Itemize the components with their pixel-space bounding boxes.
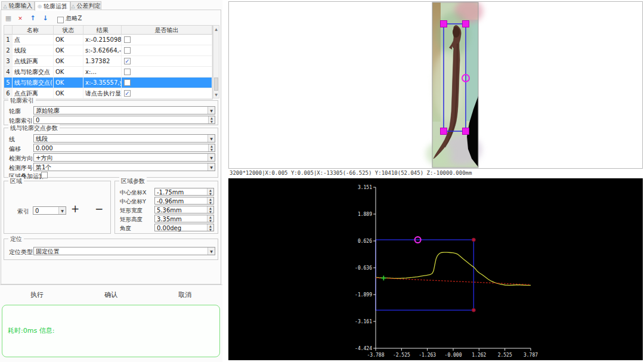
output-checkbox[interactable] xyxy=(124,47,131,54)
corner-handle-bottom[interactable] xyxy=(472,308,475,312)
group-title: 轮廓索引 xyxy=(8,97,36,105)
tab-label: 轮廓输入 xyxy=(9,2,33,10)
offset-spinner[interactable]: 0.000 ▲▼ xyxy=(33,144,215,152)
status-cell: OK xyxy=(54,35,83,45)
table-row[interactable]: 2线段OKs:-3.62664,-1... xyxy=(4,45,212,56)
column-header[interactable]: 是否输出 xyxy=(122,26,212,35)
tab-profile-input[interactable]: △ 轮廓输入 xyxy=(1,1,35,10)
direction-label: 检测方向 xyxy=(9,154,33,163)
result-cell: s:-3.62664,-1... xyxy=(83,45,122,55)
name-cell: 线与轮廓交点(1) xyxy=(13,78,54,88)
region-param-label: 矩形宽度 xyxy=(120,207,143,215)
spinner-arrows-icon: ▲▼ xyxy=(207,197,213,204)
positioning-type-label: 定位类型 xyxy=(9,248,33,256)
scroll-down-icon[interactable]: ▼ xyxy=(213,91,219,98)
new-item-icon[interactable]: ▦ xyxy=(4,14,13,23)
tab-label: 轮廓运算 xyxy=(44,2,67,11)
table-scrollbar[interactable]: ▲ ▼ xyxy=(213,25,219,98)
region-index-label: 索引 xyxy=(17,208,29,216)
x-tick-label: -1.263 xyxy=(419,352,436,358)
profile-plot-panel[interactable]: 3.1511.8890.626-0.636-1.899-3.161-4.424-… xyxy=(228,178,643,360)
move-up-icon[interactable]: ↑ xyxy=(29,14,36,23)
region-param-spinner[interactable]: -0.96mm▲▼ xyxy=(154,197,214,205)
x-tick-label: -2.525 xyxy=(393,352,410,358)
status-bar: 3200*12000|X:0.005 Y:0.005|X:-13305(-66.… xyxy=(230,170,641,177)
status-cell: OK xyxy=(54,67,83,77)
roi-corner-handle[interactable] xyxy=(463,21,469,27)
profile-select[interactable]: 原始轮廓 ▼ xyxy=(33,106,215,115)
table-row[interactable]: 5线与轮廓交点(1)OKx:-3.35557,y:-... xyxy=(4,78,212,88)
column-header[interactable]: 结果 xyxy=(83,26,122,35)
line-label: 线 xyxy=(9,135,15,144)
y-tick-label: -0.636 xyxy=(355,265,372,271)
x-tick-label: 3.787 xyxy=(524,352,538,358)
tab-profile-calc[interactable]: ◎ 轮廓运算 xyxy=(35,1,70,11)
output-checkbox[interactable]: ✓ xyxy=(124,90,131,97)
order-label: 检测序号 xyxy=(9,164,33,172)
output-checkbox[interactable]: ✓ xyxy=(124,58,131,64)
region-param-label: 矩形高度 xyxy=(120,216,143,224)
roi-corner-handle[interactable] xyxy=(441,21,447,27)
tab-tolerance[interactable]: △ 公差判定 xyxy=(70,1,101,10)
target-icon: ◎ xyxy=(38,4,42,9)
output-checkbox[interactable] xyxy=(124,36,131,43)
region-param-spinner[interactable]: -1.75mm▲▼ xyxy=(154,188,214,196)
region-overlay-checkbox[interactable] xyxy=(41,172,48,178)
chevron-down-icon: ▼ xyxy=(208,163,215,171)
add-region-button[interactable]: + xyxy=(71,203,79,215)
region-index-select[interactable]: 0 ▼ xyxy=(33,206,66,215)
cancel-button[interactable]: 取消 xyxy=(167,290,203,300)
remove-region-button[interactable]: − xyxy=(95,203,103,215)
positioning-type-select[interactable]: 固定位置 ▼ xyxy=(33,247,215,255)
delete-item-icon[interactable]: ✕ xyxy=(17,14,24,23)
region-param-label: 中心坐标X xyxy=(120,189,147,197)
move-down-icon[interactable]: ↓ xyxy=(42,14,49,23)
intersection-params-group: 线与轮廓交点参数 线 线段 ▼ 偏移 0.000 ▲▼ 检测方向 +方向 ▼ 检… xyxy=(4,128,218,178)
region-param-spinner[interactable]: 3.35mm▲▼ xyxy=(154,215,214,222)
column-header[interactable]: 状态 xyxy=(54,26,83,35)
corner-handle-top[interactable] xyxy=(472,238,475,242)
tab-label: 公差判定 xyxy=(77,2,101,10)
y-tick-label: 1.889 xyxy=(358,212,372,217)
status-cell: OK xyxy=(54,88,83,98)
name-cell: 点 xyxy=(13,35,54,45)
table-row[interactable]: 4线与轮廓交点OKx:... xyxy=(4,67,212,78)
scroll-up-icon[interactable]: ▲ xyxy=(213,26,219,32)
roi-corner-handle[interactable] xyxy=(463,128,469,135)
profile-label: 轮廓 xyxy=(9,107,21,116)
name-cell: 线段 xyxy=(13,45,54,55)
chevron-down-icon: ▼ xyxy=(58,207,66,214)
spinner-arrows-icon: ▲▼ xyxy=(207,215,213,222)
column-header[interactable]: 名称 xyxy=(13,26,54,35)
y-tick-label: -1.899 xyxy=(355,292,372,298)
x-tick-label: 2.525 xyxy=(498,352,512,358)
profile-curve xyxy=(376,252,531,285)
order-select[interactable]: 第1个 ▼ xyxy=(33,163,215,171)
results-table[interactable]: 名称状态结果是否输出1点OKx:-0.215098,y:...2线段OKs:-3… xyxy=(4,25,213,100)
line-select[interactable]: 线段 ▼ xyxy=(33,134,215,143)
image-view-panel[interactable] xyxy=(228,1,643,169)
spinner-arrows-icon: ▲▼ xyxy=(207,188,213,195)
table-row[interactable]: 1点OKx:-0.215098,y:... xyxy=(4,35,212,45)
ignore-z-checkbox[interactable] xyxy=(57,17,64,23)
roi-corner-handle[interactable] xyxy=(441,128,447,135)
measure-region-box[interactable] xyxy=(376,240,473,310)
spinner-arrows-icon: ▲▼ xyxy=(207,206,213,213)
table-row[interactable]: 3点线距离OK1.37382✓ xyxy=(4,56,212,67)
confirm-button[interactable]: 确认 xyxy=(93,290,129,300)
message-box: 耗时:0ms 信息: xyxy=(2,305,220,357)
region-param-spinner[interactable]: 0.00deg▲▼ xyxy=(154,224,214,231)
region-param-spinner[interactable]: 5.36mm▲▼ xyxy=(154,206,214,214)
chevron-down-icon: ▼ xyxy=(208,154,215,161)
profile-index-spinner[interactable]: 0 ▲▼ xyxy=(33,116,215,124)
execute-button[interactable]: 执行 xyxy=(19,290,55,300)
direction-select[interactable]: +方向 ▼ xyxy=(33,153,215,162)
result-cell: x:... xyxy=(83,67,122,77)
chevron-down-icon: ▼ xyxy=(208,247,215,255)
positioning-group: 定位 定位类型 固定位置 ▼ xyxy=(4,239,218,260)
output-checkbox[interactable] xyxy=(124,79,131,86)
chevron-down-icon: ▼ xyxy=(208,135,215,142)
output-checkbox[interactable] xyxy=(124,69,131,75)
region-param-label: 中心坐标Y xyxy=(120,198,146,206)
scrollbar-thumb[interactable] xyxy=(214,78,218,91)
